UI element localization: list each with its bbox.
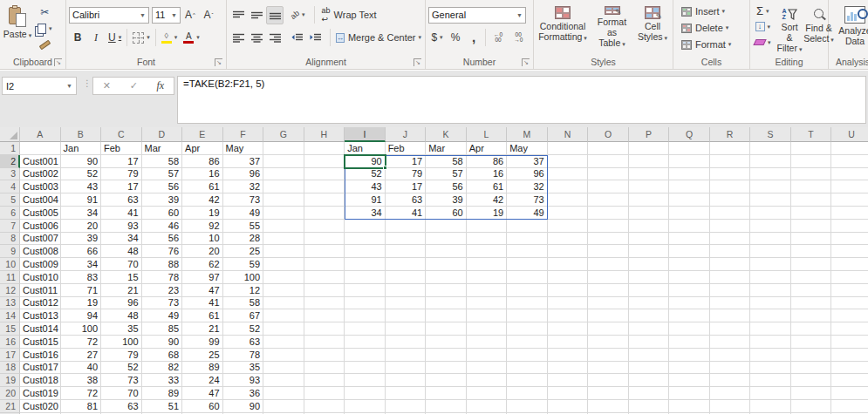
cell-N20[interactable]: [548, 387, 589, 400]
cell-R10[interactable]: [710, 258, 751, 271]
cell-G5[interactable]: [263, 193, 304, 207]
cell-L15[interactable]: [467, 322, 508, 336]
cell-M8[interactable]: [507, 233, 548, 246]
cell-I14[interactable]: [345, 309, 386, 322]
column-header-K[interactable]: K: [426, 127, 467, 142]
cell-I9[interactable]: [345, 245, 386, 258]
row-header-3[interactable]: 3: [0, 168, 20, 181]
cell-S20[interactable]: [750, 387, 791, 400]
cell-G3[interactable]: [263, 168, 304, 181]
cell-O11[interactable]: [588, 271, 629, 284]
cell-N16[interactable]: [548, 336, 589, 349]
cell-K18[interactable]: [426, 362, 467, 375]
cell-A9[interactable]: Cust008: [20, 245, 61, 258]
cell-A12[interactable]: Cust011: [20, 284, 61, 297]
cell-G7[interactable]: [263, 220, 304, 233]
cell-G4[interactable]: [263, 180, 304, 193]
cell-K8[interactable]: [426, 233, 467, 246]
row-header-20[interactable]: 20: [0, 387, 20, 400]
cell-T8[interactable]: [791, 233, 832, 246]
cell-I3[interactable]: 52: [345, 168, 386, 181]
cell-J18[interactable]: [386, 362, 427, 375]
cell-T1[interactable]: [791, 142, 832, 155]
cell-C17[interactable]: 79: [101, 349, 142, 362]
cell-E13[interactable]: 41: [182, 297, 223, 310]
cell-I16[interactable]: [345, 336, 386, 349]
cell-Q3[interactable]: [669, 168, 710, 181]
cell-T16[interactable]: [791, 336, 832, 349]
cell-A13[interactable]: Cust012: [20, 297, 61, 310]
cell-N10[interactable]: [548, 258, 589, 271]
cell-H13[interactable]: [304, 297, 345, 310]
column-header-U[interactable]: U: [831, 127, 868, 142]
cell-R5[interactable]: [710, 193, 751, 207]
column-header-C[interactable]: C: [101, 127, 142, 142]
cell-L5[interactable]: 42: [467, 193, 508, 207]
cell-N3[interactable]: [548, 168, 589, 181]
cell-H8[interactable]: [304, 233, 345, 246]
cell-I15[interactable]: [345, 322, 386, 336]
cell-Q16[interactable]: [669, 336, 710, 349]
cell-Q7[interactable]: [669, 220, 710, 233]
cell-A1[interactable]: [20, 142, 61, 155]
cell-F20[interactable]: 36: [223, 387, 264, 400]
cell-A5[interactable]: Cust004: [20, 193, 61, 207]
cell-L18[interactable]: [467, 362, 508, 375]
cell-B5[interactable]: 91: [61, 193, 102, 207]
cell-N21[interactable]: [548, 400, 589, 413]
cell-H9[interactable]: [304, 245, 345, 258]
cell-S11[interactable]: [750, 271, 791, 284]
cell-O4[interactable]: [588, 180, 629, 193]
cell-R15[interactable]: [710, 322, 751, 336]
cell-K21[interactable]: [426, 400, 467, 413]
font-color-button[interactable]: A: [181, 29, 202, 47]
number-dialog-launcher[interactable]: ↘: [522, 58, 530, 66]
cell-C15[interactable]: 35: [101, 322, 142, 336]
cell-styles-button[interactable]: ✎ Cell Styles: [634, 3, 671, 52]
cell-G12[interactable]: [263, 284, 304, 297]
cell-T15[interactable]: [791, 322, 832, 336]
cell-U8[interactable]: [831, 233, 868, 246]
cell-G21[interactable]: [263, 400, 304, 413]
cell-T13[interactable]: [791, 297, 832, 310]
cell-U9[interactable]: [831, 245, 868, 258]
cell-L9[interactable]: [467, 245, 508, 258]
cell-R8[interactable]: [710, 233, 751, 246]
cell-P12[interactable]: [629, 284, 670, 297]
cell-G20[interactable]: [263, 387, 304, 400]
cell-B2[interactable]: 90: [61, 155, 102, 168]
column-header-F[interactable]: F: [223, 127, 264, 142]
number-format-combo[interactable]: General▼: [428, 7, 526, 24]
cell-B20[interactable]: 72: [61, 387, 102, 400]
cell-M2[interactable]: 37: [507, 155, 548, 168]
cell-S19[interactable]: [750, 374, 791, 387]
cell-G14[interactable]: [263, 309, 304, 322]
cell-U14[interactable]: [831, 309, 868, 322]
cell-A4[interactable]: Cust003: [20, 180, 61, 193]
cell-E10[interactable]: 62: [182, 258, 223, 271]
cell-M5[interactable]: 73: [507, 193, 548, 207]
cell-Q13[interactable]: [669, 297, 710, 310]
cell-B13[interactable]: 19: [61, 297, 102, 310]
borders-button[interactable]: [130, 29, 153, 47]
cell-I7[interactable]: [345, 220, 386, 233]
merge-center-button[interactable]: ↔ Merge & Center: [335, 29, 422, 47]
cell-A2[interactable]: Cust001: [20, 155, 61, 168]
cell-P10[interactable]: [629, 258, 670, 271]
cell-M19[interactable]: [507, 374, 548, 387]
cell-Q21[interactable]: [669, 400, 710, 413]
cell-J15[interactable]: [386, 322, 427, 336]
cell-O3[interactable]: [588, 168, 629, 181]
autosum-button[interactable]: Σ: [752, 3, 774, 18]
row-header-19[interactable]: 19: [0, 374, 20, 387]
cell-B17[interactable]: 27: [61, 349, 102, 362]
cell-C9[interactable]: 48: [101, 245, 142, 258]
cell-Q17[interactable]: [669, 349, 710, 362]
cell-Q4[interactable]: [669, 180, 710, 193]
cell-F16[interactable]: 63: [223, 336, 264, 349]
cell-R20[interactable]: [710, 387, 751, 400]
align-center-button[interactable]: [248, 29, 265, 47]
cell-G17[interactable]: [263, 349, 304, 362]
cell-P3[interactable]: [629, 168, 670, 181]
cell-M7[interactable]: [507, 220, 548, 233]
